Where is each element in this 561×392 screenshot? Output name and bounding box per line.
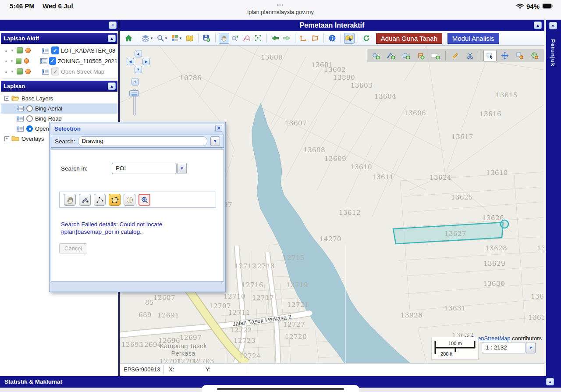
dialog-title: Selection (54, 125, 81, 132)
active-layer-row[interactable]: ▲ ▼ ✓ ZONING_110505_2021 (1, 56, 117, 66)
move-feature-button[interactable] (498, 50, 511, 61)
base-layer-row[interactable]: Bing Aerial (1, 103, 117, 114)
tile-view-button[interactable]: ▼ (170, 33, 184, 44)
layer-down-icon[interactable]: ▼ (11, 49, 15, 53)
page-title: Pemetaan Interaktif (120, 20, 544, 31)
clear-features-button[interactable] (528, 50, 541, 61)
base-layer-radio[interactable] (26, 125, 33, 132)
tab-dots[interactable]: ••• (0, 3, 561, 7)
expand-node-icon[interactable]: + (4, 136, 9, 141)
layer-metadata-icon[interactable] (42, 48, 50, 53)
collapse-panel-icon[interactable]: ▴ (108, 35, 116, 42)
save-session-button[interactable] (202, 33, 212, 44)
layer-up-icon[interactable]: ▲ (4, 49, 9, 53)
active-layer-row[interactable]: ▲ ▼ ✓ LOT_KADASTER_08 (1, 45, 117, 56)
zoom-in-box-button[interactable] (230, 33, 241, 44)
base-layer-radio[interactable] (26, 115, 33, 122)
layer-up-icon[interactable]: ▲ (4, 70, 9, 74)
draw-polygon-button[interactable] (399, 50, 412, 61)
draw-label-button[interactable] (429, 50, 442, 61)
chevron-down-icon[interactable]: ▼ (210, 136, 220, 146)
layer-metadata-icon[interactable] (40, 58, 47, 64)
previous-extent-button[interactable] (270, 33, 280, 44)
zoom-out-box-button[interactable] (241, 33, 252, 44)
scale-ratio-combo[interactable]: 1 : 2132 ▼ (482, 342, 536, 353)
search-in-value[interactable]: POI (112, 163, 177, 174)
draw-polygon-tool[interactable] (109, 194, 121, 206)
home-button[interactable] (123, 33, 134, 44)
layer-metadata-icon[interactable] (42, 69, 50, 75)
draw-circle-tool[interactable] (124, 194, 135, 206)
measure-distance-button[interactable] (298, 33, 309, 44)
search-row: Search: Drawing ▼ (51, 135, 224, 148)
base-layer-radio[interactable] (26, 105, 33, 112)
zoom-in-button[interactable]: + (131, 78, 139, 86)
layer-legend-icon[interactable] (16, 58, 21, 64)
zoom-full-extent-button[interactable] (253, 33, 263, 44)
refresh-button[interactable] (361, 33, 372, 44)
layer-checkbox[interactable]: ✓ (51, 68, 59, 75)
layer-remove-icon[interactable] (24, 58, 29, 64)
layer-metadata-icon[interactable] (17, 116, 24, 121)
address-bar[interactable]: iplan.planmalaysia.gov.my (0, 9, 561, 15)
layer-metadata-icon[interactable] (17, 126, 24, 132)
map-export-button[interactable] (185, 33, 195, 44)
zoom-tools-button[interactable]: ▼ (156, 33, 169, 44)
layer-up-icon[interactable]: ▲ (4, 59, 8, 63)
next-extent-button[interactable] (281, 33, 292, 44)
chevron-down-icon: ▼ (164, 36, 168, 40)
layer-remove-icon[interactable] (25, 48, 31, 53)
layer-metadata-icon[interactable] (17, 106, 24, 111)
pan-button[interactable] (219, 33, 229, 44)
draw-point-button[interactable] (369, 50, 383, 61)
select-features-button[interactable] (344, 33, 355, 44)
close-icon[interactable]: ✕ (215, 125, 222, 132)
active-layer-row[interactable]: ▲ ▼ ✓ Open Street Map (1, 66, 117, 77)
draw-line-tool[interactable] (94, 194, 106, 206)
chevron-down-icon[interactable]: ▼ (177, 163, 187, 174)
legend-tab[interactable]: Petunjuk (550, 39, 556, 67)
scale-ratio-value[interactable]: 1 : 2132 (482, 342, 525, 353)
layer-down-icon[interactable]: ▼ (11, 70, 15, 74)
layer-remove-icon[interactable] (25, 69, 31, 74)
pan-up-button[interactable]: ▲ (135, 50, 142, 57)
tree-folder-base-layers[interactable]: − Base Layers (1, 93, 117, 103)
draw-point-tool[interactable] (79, 194, 91, 206)
pan-down-button[interactable]: ▼ (135, 66, 142, 73)
collapse-node-icon[interactable]: − (4, 96, 9, 101)
layer-legend-icon[interactable] (17, 68, 23, 75)
modul-analisis-button[interactable]: Modul Analisis (447, 33, 499, 44)
search-in-combo[interactable]: POI ▼ (112, 163, 187, 174)
pan-right-button[interactable]: ▶ (142, 58, 150, 65)
chevron-down-icon[interactable]: ▼ (526, 342, 536, 353)
expand-statistics-button[interactable]: ▴ (546, 378, 554, 385)
collapse-header-button[interactable]: ▴ (534, 21, 542, 29)
pan-hand-tool[interactable] (64, 194, 76, 206)
home-indicator[interactable] (217, 388, 344, 390)
collapse-sidebar-button[interactable]: « (109, 21, 117, 29)
cancel-button[interactable]: Cancel (59, 243, 87, 253)
expand-legend-button[interactable]: « (549, 22, 557, 29)
pan-left-button[interactable]: ◀ (127, 58, 134, 65)
zoom-box-tool[interactable] (138, 194, 150, 206)
selected-parcel-highlight[interactable] (393, 220, 508, 244)
layer-down-icon[interactable]: ▼ (10, 59, 14, 63)
select-feature-button[interactable] (483, 50, 497, 61)
aduan-guna-tanah-button[interactable]: Aduan Guna Tanah (376, 33, 442, 44)
identify-button[interactable] (327, 33, 337, 44)
draw-line-button[interactable] (384, 50, 398, 61)
layer-checkbox[interactable]: ✓ (49, 57, 56, 65)
edit-geometry-button[interactable] (449, 50, 462, 61)
layer-legend-icon[interactable] (17, 47, 23, 53)
basemap-gallery-button[interactable]: ▼ (140, 33, 155, 44)
split-feature-button[interactable] (464, 50, 477, 61)
measure-area-button[interactable] (310, 33, 320, 44)
dialog-titlebar[interactable]: Selection ✕ (51, 124, 224, 133)
draw-measure-button[interactable] (414, 50, 427, 61)
folder-label: Overlays (21, 135, 44, 142)
delete-feature-button[interactable] (513, 50, 526, 61)
search-combo[interactable]: Drawing (78, 136, 207, 146)
zoom-slider-handle[interactable] (129, 90, 139, 96)
collapse-panel-icon[interactable]: ▴ (108, 82, 116, 90)
layer-checkbox[interactable]: ✓ (51, 46, 59, 54)
